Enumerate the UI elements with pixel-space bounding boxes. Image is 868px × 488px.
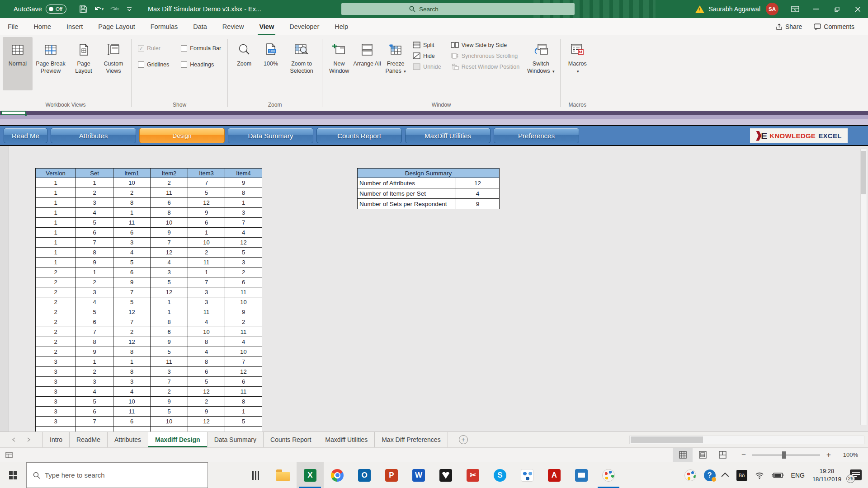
design-cell[interactable]: 11 <box>188 258 225 267</box>
design-cell[interactable]: 1 <box>151 307 188 317</box>
design-cell[interactable]: 6 <box>113 228 151 238</box>
design-cell[interactable] <box>36 427 76 432</box>
design-cell[interactable] <box>188 427 225 432</box>
design-cell[interactable]: 9 <box>113 277 151 287</box>
minimize-button[interactable] <box>806 0 826 18</box>
arrange-all-button[interactable]: Arrange All <box>353 37 381 90</box>
design-cell[interactable]: 2 <box>76 277 113 287</box>
status-normal-view-button[interactable] <box>673 448 693 462</box>
design-cell[interactable]: 1 <box>188 267 225 277</box>
ribbon-tab-view[interactable]: View <box>251 18 282 35</box>
design-cell[interactable]: 5 <box>113 258 151 267</box>
design-cell[interactable]: 5 <box>225 417 262 427</box>
ribbon-tab-formulas[interactable]: Formulas <box>143 18 185 35</box>
formula-bar-checkbox[interactable]: Formula Bar <box>181 45 221 52</box>
design-cell[interactable]: 3 <box>76 287 113 297</box>
design-cell[interactable]: 12 <box>225 367 262 377</box>
design-header-version[interactable]: Version <box>36 169 76 178</box>
ribbon-tab-help[interactable]: Help <box>327 18 356 35</box>
design-cell[interactable]: 1 <box>36 208 76 218</box>
design-cell[interactable]: 9 <box>188 407 225 417</box>
design-cell[interactable]: 10 <box>225 347 262 357</box>
design-cell[interactable]: 3 <box>36 417 76 427</box>
avatar[interactable]: SA <box>766 3 778 15</box>
user-name[interactable]: Saurabh Aggarwal <box>709 5 760 13</box>
custom-views-button[interactable]: Custom Views <box>99 37 128 90</box>
horizontal-scrollbar[interactable] <box>629 436 864 444</box>
word-icon[interactable]: W <box>405 462 432 488</box>
gridlines-checkbox[interactable]: Gridlines <box>138 61 169 68</box>
zoom-level[interactable]: 100% <box>839 451 858 458</box>
autosave-toggle[interactable]: AutoSave Off <box>14 5 66 14</box>
design-cell[interactable]: 12 <box>188 387 225 397</box>
design-cell[interactable]: 5 <box>76 307 113 317</box>
design-cell[interactable]: 6 <box>76 317 113 327</box>
customize-quick-access-icon[interactable] <box>123 2 136 16</box>
close-button[interactable] <box>847 0 868 18</box>
ribbon-tab-developer[interactable]: Developer <box>282 18 327 35</box>
design-cell[interactable]: 11 <box>113 407 151 417</box>
design-cell[interactable]: 7 <box>188 178 225 188</box>
design-cell[interactable]: 12 <box>225 238 262 248</box>
nav-button-data-summary[interactable]: Data Summary <box>228 128 313 143</box>
ribbon-tab-home[interactable]: Home <box>26 18 59 35</box>
design-cell[interactable]: 9 <box>76 347 113 357</box>
sheet-tab-attributes[interactable]: Attributes <box>108 432 148 447</box>
design-cell[interactable]: 10 <box>113 178 151 188</box>
game-icon[interactable] <box>432 462 459 488</box>
nav-button-maxdiff-utilities[interactable]: MaxDiff Utilities <box>405 128 491 143</box>
language-indicator[interactable]: ENG <box>791 472 805 479</box>
design-cell[interactable]: 7 <box>76 238 113 248</box>
powerpoint-icon[interactable]: P <box>378 462 405 488</box>
chrome-icon[interactable] <box>324 462 351 488</box>
design-cell[interactable]: 10 <box>151 218 188 228</box>
design-cell[interactable]: 1 <box>36 238 76 248</box>
vertical-scrollbar[interactable] <box>860 149 867 425</box>
design-cell[interactable]: 7 <box>225 357 262 367</box>
design-cell[interactable]: 4 <box>225 337 262 347</box>
sheet-area[interactable]: VersionSetItem1Item2Item3Item41110279122… <box>0 146 868 432</box>
summary-value[interactable]: 9 <box>456 199 500 209</box>
design-cell[interactable]: 6 <box>188 367 225 377</box>
nav-button-preferences[interactable]: Preferences <box>494 128 579 143</box>
design-cell[interactable]: 4 <box>76 387 113 397</box>
help-icon[interactable]: ? <box>704 469 716 481</box>
design-cell[interactable]: 6 <box>188 218 225 228</box>
scissors-app-icon[interactable]: ✂ <box>459 462 486 488</box>
sheet-tab-intro[interactable]: Intro <box>42 432 70 447</box>
acrobat-icon[interactable]: A <box>541 462 568 488</box>
ribbon-display-options-icon[interactable] <box>785 0 806 18</box>
design-cell[interactable]: 3 <box>76 377 113 387</box>
design-cell[interactable]: 12 <box>113 337 151 347</box>
hide-button[interactable]: Hide <box>413 52 441 59</box>
summary-title[interactable]: Design Summary <box>358 169 500 178</box>
design-cell[interactable]: 2 <box>113 188 151 198</box>
view-side-by-side-button[interactable]: View Side by Side <box>451 42 520 48</box>
design-cell[interactable]: 3 <box>36 407 76 417</box>
zoom-slider[interactable] <box>752 455 820 455</box>
design-cell[interactable]: 7 <box>151 377 188 387</box>
headings-checkbox[interactable]: Headings <box>181 61 221 68</box>
design-cell[interactable]: 10 <box>188 327 225 337</box>
design-cell[interactable]: 11 <box>151 188 188 198</box>
sheet-tab-data-summary[interactable]: Data Summary <box>208 432 264 447</box>
design-cell[interactable]: 4 <box>188 347 225 357</box>
design-cell[interactable]: 2 <box>113 327 151 337</box>
design-cell[interactable]: 9 <box>225 178 262 188</box>
skype-icon[interactable]: S <box>486 462 514 488</box>
design-cell[interactable]: 3 <box>151 367 188 377</box>
design-cell[interactable]: 9 <box>225 307 262 317</box>
task-view-icon[interactable] <box>244 462 267 488</box>
design-cell[interactable]: 12 <box>151 248 188 258</box>
design-cell[interactable]: 8 <box>151 208 188 218</box>
paint-icon[interactable] <box>595 462 622 488</box>
design-cell[interactable]: 7 <box>76 327 113 337</box>
design-cell[interactable]: 11 <box>225 327 262 337</box>
summary-label[interactable]: Number of Sets per Respondent <box>358 199 456 209</box>
design-cell[interactable]: 9 <box>76 258 113 267</box>
design-cell[interactable]: 5 <box>113 297 151 307</box>
molecule-app-icon[interactable] <box>514 462 541 488</box>
design-cell[interactable]: 6 <box>151 327 188 337</box>
design-cell[interactable]: 2 <box>36 267 76 277</box>
design-header-item2[interactable]: Item2 <box>151 169 188 178</box>
